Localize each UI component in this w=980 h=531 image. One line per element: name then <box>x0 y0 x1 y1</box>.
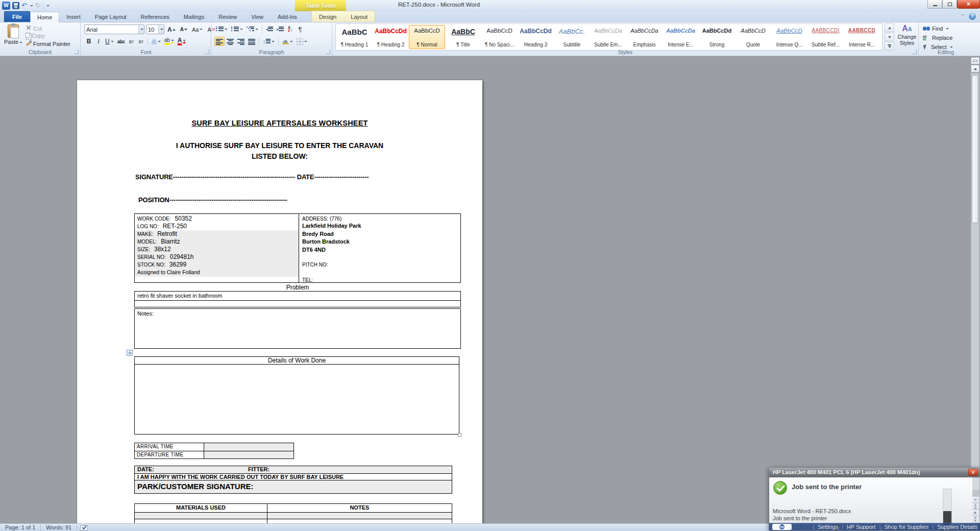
ribbon-context-tab[interactable]: Design <box>312 11 344 22</box>
format-painter-button[interactable]: Format Painter <box>26 40 70 47</box>
style-gallery-item[interactable]: AaBbCcD ¶ Normal <box>409 25 445 49</box>
time-row: DEPARTURE TIME <box>135 451 293 458</box>
scrollbar-thumb[interactable] <box>972 75 978 223</box>
style-gallery-item[interactable]: AaBbCcD ¶ No Spaci... <box>481 25 518 49</box>
subscript-button[interactable]: x2 <box>127 37 136 46</box>
ribbon-tab[interactable]: View <box>244 11 271 22</box>
view-ruler-toggle-icon[interactable] <box>971 57 979 64</box>
numbering-button[interactable] <box>230 25 244 34</box>
paragraph-dialog-launcher-icon[interactable] <box>326 50 330 54</box>
strikethrough-button[interactable]: abc <box>116 37 127 46</box>
style-sample: AaBbC <box>341 28 367 36</box>
minimize-button[interactable] <box>927 0 942 9</box>
ribbon-tab[interactable]: References <box>134 11 177 22</box>
printer-popup-link[interactable]: HP Support <box>847 524 876 530</box>
change-case-button[interactable]: Aa <box>190 25 204 34</box>
highlight-color-button[interactable]: ab <box>163 37 176 46</box>
style-gallery-item[interactable]: AaBbCcDd Heading 3 <box>518 25 554 49</box>
font-name-dropdown-icon[interactable] <box>138 25 144 34</box>
align-right-button[interactable] <box>236 37 246 46</box>
style-gallery-item[interactable]: AaBbCcDa Subtle Em... <box>590 25 626 49</box>
ribbon-tab[interactable]: Review <box>211 11 244 22</box>
styles-scroll-up-icon[interactable] <box>885 23 894 32</box>
paragraph-separator <box>262 25 262 33</box>
paragraph-row-2: ↕ <box>214 37 309 46</box>
style-sample: AaBbCcDa <box>666 28 695 34</box>
materials-used-header: MATERIALS USED <box>135 504 267 512</box>
scroll-up-icon[interactable] <box>971 65 979 73</box>
style-gallery-item[interactable]: AaBbCcDd ¶ Heading 2 <box>373 25 409 49</box>
replace-button[interactable]: abac Replace <box>923 34 952 42</box>
sort-button[interactable]: AZ↓ <box>286 25 295 34</box>
table-move-handle-icon[interactable] <box>127 350 133 356</box>
times-table: ARRIVAL TIME DEPARTURE TIME <box>134 443 294 459</box>
style-gallery-item[interactable]: AABBCCDI Subtle Ref... <box>807 25 844 49</box>
printer-popup-link[interactable]: Shop for Supplies <box>884 524 928 530</box>
restore-button[interactable] <box>942 0 957 9</box>
borders-button[interactable] <box>295 37 309 46</box>
table-resize-handle-icon[interactable] <box>458 433 461 437</box>
font-size-combo[interactable]: 10 <box>146 25 164 34</box>
printer-popup-link[interactable]: Supplies Details <box>937 524 977 530</box>
justify-button[interactable] <box>247 37 257 46</box>
align-left-button[interactable] <box>214 37 225 46</box>
style-gallery-item[interactable]: AaBbCcDa Intense E... <box>663 25 699 49</box>
shading-button[interactable] <box>281 37 295 46</box>
page-count[interactable]: Page: 1 of 1 <box>0 524 40 531</box>
minimize-ribbon-icon[interactable]: ⌃ <box>961 14 965 19</box>
bold-button[interactable]: B <box>84 37 93 46</box>
font-name-combo[interactable]: Arial <box>84 25 144 34</box>
scrollbar-track[interactable] <box>971 73 979 490</box>
bullets-button[interactable] <box>214 25 229 34</box>
ribbon-tab[interactable]: File <box>4 11 30 22</box>
styles-dialog-launcher-icon[interactable] <box>912 50 917 54</box>
printer-popup-link[interactable]: Settings <box>818 524 838 530</box>
printer-popup-close-icon[interactable]: × <box>968 469 978 476</box>
style-gallery-item[interactable]: AaBbC ¶ Title <box>445 25 481 49</box>
underline-button[interactable]: U <box>104 37 115 46</box>
help-icon[interactable]: ? <box>969 13 976 20</box>
grow-font-button[interactable]: A <box>166 25 177 34</box>
find-button[interactable]: Find <box>923 25 949 33</box>
style-gallery-item[interactable]: AaBbCcD Intense Q... <box>771 25 807 49</box>
text-effects-button[interactable]: A <box>150 37 162 46</box>
ribbon-tab[interactable]: Add-Ins <box>271 11 304 22</box>
materials-table: MATERIALS USED NOTES <box>134 503 452 523</box>
ribbon-tab[interactable]: Home <box>30 12 59 22</box>
align-center-button[interactable] <box>225 37 235 46</box>
ribbon-tab[interactable]: Mailings <box>177 11 211 22</box>
word-count[interactable]: Words: 91 <box>41 524 77 531</box>
font-dialog-launcher-icon[interactable] <box>205 50 209 54</box>
style-label: Intense E... <box>668 42 694 47</box>
superscript-button[interactable]: x2 <box>136 37 145 46</box>
style-sample: AaBbCcD <box>776 28 802 34</box>
multilevel-list-button[interactable] <box>245 25 260 34</box>
line-spacing-button[interactable]: ↕ <box>261 37 276 46</box>
decrease-indent-button[interactable]: ◂ <box>264 25 275 34</box>
font-size-dropdown-icon[interactable] <box>158 25 164 34</box>
change-styles-button[interactable]: AA Change Styles <box>896 24 918 46</box>
cut-button[interactable]: Cut <box>26 25 70 32</box>
document-page[interactable]: SURF BAY LEISURE AFTERSALES WORKSHEET I … <box>77 80 482 523</box>
paste-button[interactable]: Paste <box>3 24 23 53</box>
shrink-font-button[interactable]: A <box>179 25 189 34</box>
show-paragraph-marks-button[interactable]: ¶ <box>296 25 305 34</box>
spell-check-icon[interactable] <box>80 525 88 530</box>
font-color-button[interactable]: A <box>176 37 188 46</box>
increase-indent-button[interactable]: ▸ <box>275 25 285 34</box>
style-gallery-item[interactable]: AaBbCcDa Emphasis <box>626 25 663 49</box>
style-gallery-item[interactable]: AaBbC ¶ Heading 1 <box>336 25 373 49</box>
ribbon-tab[interactable]: Insert <box>59 11 88 22</box>
copy-button[interactable]: Copy <box>26 33 70 39</box>
style-gallery-item[interactable]: AaBbCcD Quote <box>735 25 771 49</box>
ribbon-tab[interactable]: Page Layout <box>88 11 134 22</box>
authorise-paragraph: I AUTHORISE SURF BAY LEISURE TO ENTER TH… <box>77 140 482 162</box>
clipboard-dialog-launcher-icon[interactable] <box>74 50 79 54</box>
style-gallery-item[interactable]: AaBbCc. Subtitle <box>554 25 590 49</box>
style-gallery-item[interactable]: AaBbCcDd Strong <box>699 25 735 49</box>
styles-scroll-down-icon[interactable] <box>885 33 894 41</box>
ribbon-context-tab[interactable]: Layout <box>344 11 375 22</box>
close-button[interactable]: × <box>957 0 980 9</box>
style-gallery-item[interactable]: AABBCCD Intense R... <box>844 25 880 49</box>
italic-button[interactable]: I <box>94 37 103 46</box>
